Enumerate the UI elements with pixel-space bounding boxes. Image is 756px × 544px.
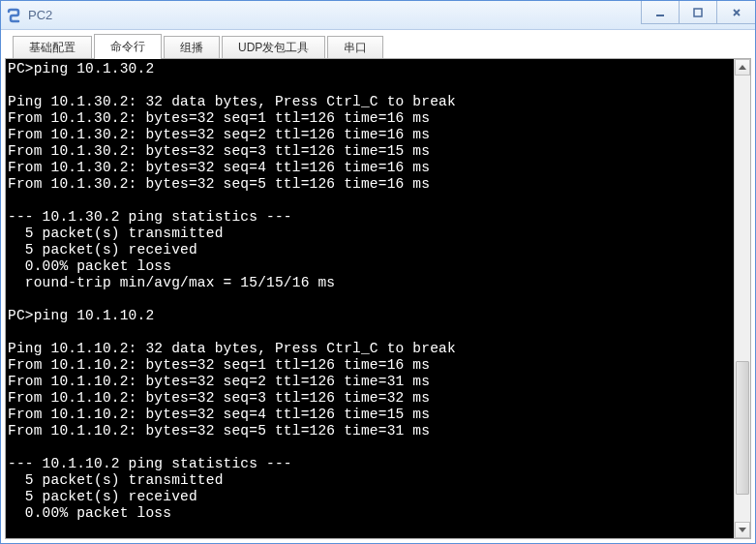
tab-multicast[interactable]: 组播: [164, 36, 220, 58]
scroll-up-button[interactable]: [735, 59, 750, 76]
tab-label: 组播: [180, 40, 203, 56]
tab-label: UDP发包工具: [238, 40, 309, 56]
window-controls: [642, 1, 755, 29]
app-icon: [7, 8, 22, 23]
svg-rect-0: [656, 15, 664, 16]
tab-command-line[interactable]: 命令行: [94, 34, 162, 58]
close-button[interactable]: [716, 1, 755, 24]
titlebar: PC2: [1, 1, 755, 30]
window-title: PC2: [28, 8, 642, 22]
client-area: 基础配置 命令行 组播 UDP发包工具 串口 PC>ping 10.1.30.2…: [1, 30, 755, 543]
minimize-button[interactable]: [641, 1, 680, 24]
scroll-down-button[interactable]: [735, 522, 750, 538]
scroll-track[interactable]: [735, 76, 750, 522]
maximize-button[interactable]: [679, 1, 717, 24]
terminal-container: PC>ping 10.1.30.2 Ping 10.1.30.2: 32 dat…: [5, 59, 751, 539]
tab-basic-config[interactable]: 基础配置: [13, 36, 92, 58]
vertical-scrollbar: [734, 59, 750, 538]
terminal-output[interactable]: PC>ping 10.1.30.2 Ping 10.1.30.2: 32 dat…: [6, 59, 734, 538]
tab-bar: 基础配置 命令行 组播 UDP发包工具 串口: [5, 34, 751, 59]
tab-udp-tool[interactable]: UDP发包工具: [222, 36, 325, 58]
app-window: PC2 基础配置 命令行 组播 UDP发包工具 串口 PC>ping 10.1.…: [0, 0, 756, 544]
svg-rect-1: [694, 9, 702, 16]
tab-label: 基础配置: [29, 40, 76, 56]
tab-label: 命令行: [110, 39, 145, 55]
tab-serial[interactable]: 串口: [327, 36, 383, 58]
scroll-thumb[interactable]: [736, 361, 749, 495]
tab-label: 串口: [344, 40, 367, 56]
